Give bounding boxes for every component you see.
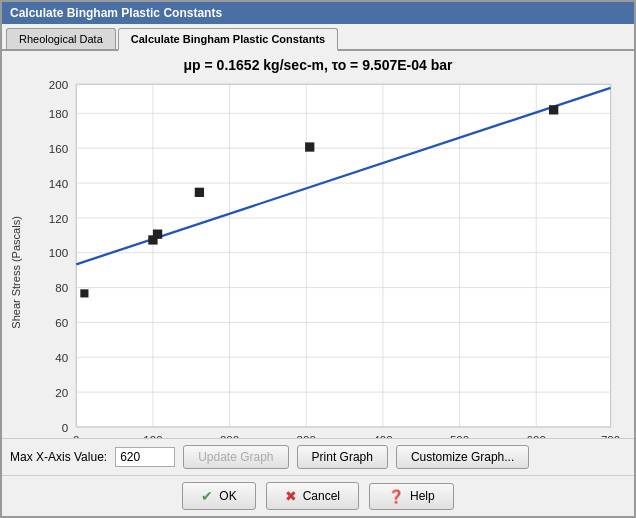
svg-text:100: 100 (49, 246, 68, 259)
chart-inner: 0 100 200 300 400 500 600 700 0 20 40 60… (24, 77, 628, 438)
svg-text:120: 120 (49, 212, 68, 225)
customize-graph-button[interactable]: Customize Graph... (396, 445, 529, 469)
bottom-controls: Max X-Axis Value: Update Graph Print Gra… (2, 438, 634, 475)
x-icon: ✖ (285, 488, 297, 504)
main-window: Calculate Bingham Plastic Constants Rheo… (0, 0, 636, 518)
svg-text:700: 700 (601, 433, 620, 438)
y-axis-label: Shear Stress (Pascals) (8, 77, 24, 438)
tab-rheological[interactable]: Rheological Data (6, 28, 116, 49)
svg-text:300: 300 (297, 433, 316, 438)
help-button[interactable]: ❓ Help (369, 483, 454, 510)
cancel-button[interactable]: ✖ Cancel (266, 482, 359, 510)
svg-rect-43 (195, 188, 204, 197)
svg-text:0: 0 (62, 421, 68, 434)
max-x-input[interactable] (115, 447, 175, 467)
check-icon: ✔ (201, 488, 213, 504)
print-graph-button[interactable]: Print Graph (297, 445, 388, 469)
svg-text:20: 20 (55, 386, 68, 399)
window-title: Calculate Bingham Plastic Constants (10, 6, 222, 20)
svg-text:500: 500 (450, 433, 469, 438)
svg-text:100: 100 (143, 433, 162, 438)
update-graph-button[interactable]: Update Graph (183, 445, 288, 469)
svg-text:600: 600 (527, 433, 546, 438)
equation-label: μp = 0.1652 kg/sec-m, το = 9.507E-04 bar (8, 57, 628, 73)
svg-text:200: 200 (49, 78, 68, 91)
svg-rect-45 (549, 105, 558, 114)
svg-text:400: 400 (373, 433, 392, 438)
tab-bar: Rheological Data Calculate Bingham Plast… (2, 24, 634, 51)
content-area: μp = 0.1652 kg/sec-m, το = 9.507E-04 bar… (2, 51, 634, 438)
svg-text:60: 60 (55, 316, 68, 329)
svg-text:80: 80 (55, 281, 68, 294)
svg-text:200: 200 (220, 433, 239, 438)
svg-rect-42 (153, 229, 162, 238)
svg-text:180: 180 (49, 107, 68, 120)
footer-bar: ✔ OK ✖ Cancel ❓ Help (2, 475, 634, 516)
chart-container: Shear Stress (Pascals) (8, 77, 628, 438)
max-x-label: Max X-Axis Value: (10, 450, 107, 464)
svg-text:140: 140 (49, 177, 68, 190)
svg-rect-44 (305, 142, 314, 151)
svg-text:0: 0 (73, 433, 79, 438)
svg-text:40: 40 (55, 351, 68, 364)
svg-text:160: 160 (49, 142, 68, 155)
question-icon: ❓ (388, 489, 404, 504)
svg-rect-40 (80, 289, 88, 297)
tab-calculate[interactable]: Calculate Bingham Plastic Constants (118, 28, 338, 51)
svg-rect-0 (76, 84, 610, 427)
title-bar: Calculate Bingham Plastic Constants (2, 2, 634, 24)
ok-button[interactable]: ✔ OK (182, 482, 255, 510)
chart-svg: 0 100 200 300 400 500 600 700 0 20 40 60… (24, 77, 628, 438)
chart-plot-area: 0 100 200 300 400 500 600 700 0 20 40 60… (24, 77, 628, 438)
